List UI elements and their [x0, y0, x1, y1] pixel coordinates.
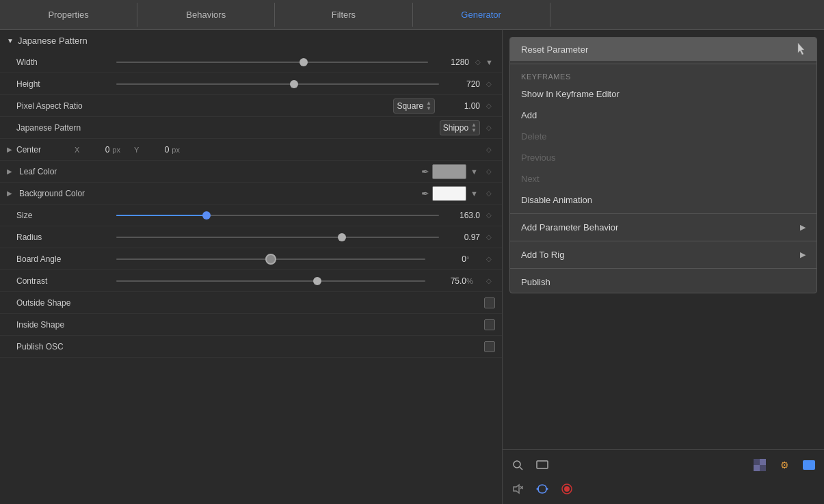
search-toolbar-btn[interactable]	[508, 455, 527, 475]
board-angle-value[interactable]: 0	[425, 254, 466, 264]
contrast-label: Contrast	[7, 276, 116, 286]
tab-generator[interactable]: Generator	[413, 3, 550, 27]
center-x-value[interactable]: 0	[82, 145, 109, 155]
tab-filters[interactable]: Filters	[275, 3, 412, 27]
pixel-aspect-row: Pixel Aspect Ratio Square ▲▼ 1.00 ◇	[0, 95, 502, 117]
pixel-aspect-select-label: Square	[397, 101, 423, 111]
keyframes-section-label: Keyframes	[510, 67, 816, 83]
contrast-unit: %	[466, 277, 480, 285]
tab-properties[interactable]: Properties	[0, 3, 137, 27]
search-icon	[512, 460, 523, 470]
loop-toolbar-btn[interactable]	[533, 479, 552, 499]
board-angle-unit: °	[466, 255, 480, 263]
svg-marker-0	[798, 43, 804, 55]
svg-rect-4	[754, 459, 760, 465]
height-value[interactable]: 720	[439, 79, 480, 89]
publish-osc-row: Publish OSC	[0, 336, 502, 358]
inside-shape-checkbox[interactable]	[484, 319, 495, 330]
context-menu: Reset Parameter Keyframes Show In Keyfra…	[509, 37, 817, 293]
leaf-color-keyframe-btn[interactable]: ◇	[483, 165, 495, 178]
pixel-aspect-keyframe-btn[interactable]: ◇	[483, 100, 495, 112]
contrast-row: Contrast 75.0 % ◇	[0, 270, 502, 292]
width-slider[interactable]	[116, 57, 428, 68]
publish-osc-checkbox[interactable]	[484, 341, 495, 352]
board-angle-keyframe-btn[interactable]: ◇	[483, 253, 495, 265]
board-angle-row: Board Angle 0 ° ◇	[0, 248, 502, 270]
svg-marker-12	[546, 487, 548, 491]
screen-toolbar-btn[interactable]	[799, 455, 819, 475]
gear-toolbar-btn[interactable]: ⚙	[775, 455, 794, 475]
radius-keyframe-btn[interactable]: ◇	[483, 231, 495, 243]
reset-parameter-label: Reset Parameter	[521, 44, 588, 55]
contrast-keyframe-btn[interactable]: ◇	[483, 275, 495, 287]
center-expand-arrow[interactable]: ▶	[7, 146, 16, 153]
toolbar-row-top: ⚙	[508, 455, 819, 475]
bg-color-row: ▶ Background Color ✒ ▼ ◇	[0, 183, 502, 204]
bg-color-expand[interactable]: ▶	[7, 189, 16, 197]
bg-color-keyframe-btn[interactable]: ◇	[483, 187, 495, 200]
svg-rect-8	[803, 460, 815, 470]
bg-color-dropdown[interactable]: ▼	[470, 189, 480, 198]
leaf-color-dropdown[interactable]: ▼	[470, 168, 480, 176]
outside-shape-label: Outside Shape	[7, 298, 116, 308]
radius-row: Radius 0.97 ◇	[0, 226, 502, 248]
pixel-aspect-value[interactable]: 1.00	[439, 101, 480, 111]
mute-toolbar-btn[interactable]	[508, 479, 527, 499]
add-param-behavior-item[interactable]: Add Parameter Behavior ▶	[510, 217, 816, 238]
board-angle-slider[interactable]	[116, 254, 425, 265]
size-keyframe-btn[interactable]: ◇	[483, 209, 495, 222]
radius-value[interactable]: 0.97	[439, 233, 480, 242]
svg-rect-6	[754, 465, 760, 471]
x-label: X	[75, 146, 79, 154]
section-title: Japanese Pattern	[18, 36, 88, 46]
japanese-pattern-keyframe-btn[interactable]: ◇	[483, 122, 495, 134]
monitor-toolbar-btn[interactable]	[533, 455, 552, 475]
width-keyframe-btn[interactable]: ◇	[472, 56, 484, 68]
svg-point-1	[514, 461, 520, 468]
add-to-rig-item[interactable]: Add To Rig ▶	[510, 244, 816, 265]
japanese-pattern-select[interactable]: Shippo ▲▼	[440, 120, 480, 135]
tab-behaviors[interactable]: Behaviors	[137, 3, 275, 27]
center-row: ▶ Center X 0 px Y 0 px ◇	[0, 139, 502, 161]
leaf-color-eyedropper[interactable]: ✒	[421, 166, 429, 177]
size-value[interactable]: 163.0	[439, 211, 480, 220]
svg-point-15	[564, 486, 570, 492]
checker-icon	[754, 459, 766, 471]
contrast-slider[interactable]	[116, 276, 425, 287]
section-header[interactable]: ▼ Japanese Pattern	[0, 30, 502, 51]
add-param-behavior-arrow: ▶	[800, 223, 806, 232]
show-keyframe-editor-item[interactable]: Show In Keyframe Editor	[510, 83, 816, 105]
inside-shape-row: Inside Shape	[0, 314, 502, 336]
width-value[interactable]: 1280	[428, 57, 469, 67]
leaf-color-swatch[interactable]	[432, 164, 466, 179]
japanese-pattern-spin[interactable]: ▲▼	[471, 122, 477, 133]
toolbar-row-bottom	[508, 479, 819, 499]
pixel-aspect-select[interactable]: Square ▲▼	[393, 98, 435, 114]
center-y-value[interactable]: 0	[142, 145, 169, 155]
record-toolbar-btn[interactable]	[557, 479, 576, 499]
leaf-color-expand[interactable]: ▶	[7, 168, 16, 175]
svg-rect-7	[760, 465, 766, 471]
height-slider[interactable]	[116, 79, 439, 90]
height-keyframe-btn[interactable]: ◇	[483, 78, 495, 90]
center-keyframe-btn[interactable]: ◇	[483, 144, 495, 156]
bg-color-eyedropper[interactable]: ✒	[421, 188, 429, 199]
outside-shape-checkbox[interactable]	[484, 297, 495, 308]
radius-slider[interactable]	[116, 232, 439, 243]
svg-marker-13	[536, 487, 539, 491]
contrast-value[interactable]: 75.0	[425, 276, 466, 286]
section-expand-arrow: ▼	[7, 37, 14, 44]
add-keyframe-item[interactable]: Add	[510, 105, 816, 126]
board-angle-label: Board Angle	[7, 254, 116, 264]
bg-color-label: Background Color	[19, 189, 115, 198]
mute-icon	[512, 483, 523, 494]
checker-toolbar-btn[interactable]	[750, 455, 769, 475]
pixel-aspect-spin[interactable]: ▲▼	[426, 101, 431, 111]
disable-animation-item[interactable]: Disable Animation	[510, 189, 816, 211]
size-slider[interactable]	[116, 210, 439, 221]
bg-color-swatch[interactable]	[432, 186, 466, 201]
publish-osc-label: Publish OSC	[7, 342, 116, 352]
publish-item[interactable]: Publish	[510, 271, 816, 293]
reset-parameter-item[interactable]: Reset Parameter	[510, 38, 816, 61]
width-dropdown[interactable]: ▼	[486, 58, 495, 66]
